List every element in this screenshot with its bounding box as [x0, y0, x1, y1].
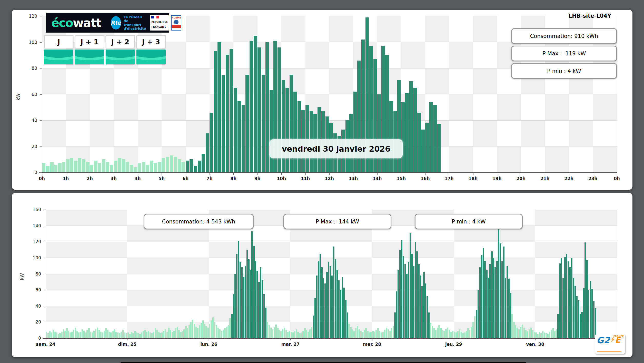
bar [183, 329, 185, 338]
bar [201, 323, 202, 338]
x-tick-label: 1h [63, 176, 69, 181]
bar [494, 267, 496, 338]
y-tick [44, 258, 46, 258]
bar [483, 248, 484, 338]
bar [132, 333, 134, 338]
bar [73, 330, 74, 338]
x-tick-label: 11h [301, 176, 310, 181]
bar [46, 166, 49, 172]
x-axis [39, 172, 617, 173]
bar [217, 42, 221, 173]
forecast-tile-j2-label[interactable]: J + 2 [106, 35, 135, 48]
g2e-tagline-line [597, 351, 621, 352]
bar [202, 154, 205, 172]
bar [229, 318, 231, 338]
y-tick [40, 94, 42, 95]
bar [457, 331, 459, 338]
bar [174, 157, 177, 172]
bar [398, 270, 399, 338]
bar [532, 330, 533, 338]
y-tick [40, 172, 42, 173]
forecast-tile-j3[interactable]: J + 3 [136, 35, 166, 64]
bar [360, 331, 362, 338]
bar [302, 331, 304, 338]
bar [544, 332, 545, 338]
y-axis [46, 210, 46, 338]
y-tick-label: 100 [22, 40, 37, 45]
bar [224, 328, 226, 338]
bar [260, 267, 262, 338]
x-tick [535, 339, 536, 340]
bar [153, 332, 154, 338]
bar [212, 317, 214, 338]
y-tick [40, 42, 42, 43]
bar [403, 256, 404, 338]
bar [347, 312, 348, 338]
bar [350, 327, 352, 338]
bar [205, 326, 207, 338]
y-tick [44, 226, 46, 226]
bar [537, 334, 539, 338]
x-tick [186, 173, 186, 175]
bar [223, 330, 224, 338]
bar [377, 94, 381, 173]
x-tick [114, 173, 114, 175]
bar [161, 332, 163, 338]
x-tick-label: 13h [349, 176, 358, 181]
bar [242, 105, 245, 172]
bar [285, 330, 287, 338]
forecast-tile-j1-label[interactable]: J + 1 [75, 35, 104, 48]
y-tick-label: 160 [26, 207, 41, 212]
bar [255, 261, 256, 338]
bar [102, 159, 105, 172]
bar [576, 296, 578, 338]
x-tick-label: 19h [492, 176, 502, 181]
bar [394, 312, 396, 338]
forecast-tile-j[interactable]: J [44, 35, 73, 64]
bar [241, 267, 243, 338]
bar [289, 331, 290, 338]
bar [299, 333, 301, 338]
plot-right-border [617, 16, 617, 172]
plot-right-border [617, 210, 617, 338]
bar [129, 334, 131, 338]
bar [595, 308, 596, 338]
bar [166, 332, 168, 338]
bar [58, 334, 59, 338]
forecast-gauge-green-icon [106, 50, 135, 64]
bar [158, 332, 160, 338]
weekly-pmin-box: P min : 4 kW [415, 214, 523, 229]
x-tick [66, 173, 66, 175]
bar [139, 334, 141, 338]
y-axis [42, 16, 42, 172]
y-tick-label: 20 [22, 144, 37, 149]
forecast-tile-j-label[interactable]: J [44, 35, 73, 48]
bar [98, 330, 100, 338]
x-tick [162, 173, 162, 175]
bar [440, 328, 442, 338]
bar [593, 301, 595, 338]
bar [94, 161, 97, 172]
forecast-tile-j3-label[interactable]: J + 3 [136, 35, 166, 48]
weekly-consumption-box: Consommation: 4 543 kWh [144, 214, 254, 229]
forecast-gauge-green-icon [75, 50, 104, 64]
bar [222, 75, 225, 172]
x-tick [401, 173, 401, 175]
ecowatt-logo-watt: watt [73, 16, 101, 30]
bar [568, 261, 569, 338]
forecast-tile-j1[interactable]: J + 1 [75, 35, 104, 64]
y-tick [44, 210, 46, 210]
bar [382, 332, 384, 338]
bar [122, 330, 124, 338]
forecast-tile-j2[interactable]: J + 2 [106, 35, 135, 64]
bar [459, 329, 460, 338]
bar [64, 331, 66, 338]
y-axis-unit-label: kW [19, 273, 25, 280]
bar [61, 332, 63, 338]
bar [211, 320, 212, 338]
bar [95, 329, 97, 338]
bar [298, 101, 301, 172]
bar [429, 102, 433, 172]
bar [130, 165, 133, 172]
x-tick [290, 339, 291, 340]
